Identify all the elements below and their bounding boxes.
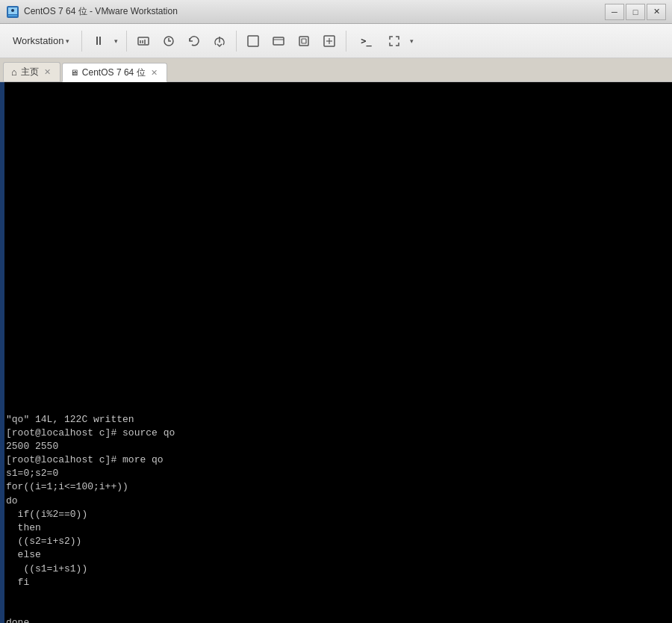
fullscreen-button[interactable] (293, 31, 315, 52)
expand-group: ▾ (383, 31, 417, 52)
tab-bar: ⌂ 主页 ✕ 🖥 CentOS 7 64 位 ✕ (0, 58, 672, 82)
workstation-dropdown-arrow: ▾ (66, 37, 69, 45)
pause-button[interactable]: ⏸ (87, 31, 110, 52)
tab-centos[interactable]: 🖥 CentOS 7 64 位 ✕ (62, 63, 167, 82)
expand-button[interactable] (383, 31, 405, 52)
toolbar-separator-4 (346, 31, 346, 52)
window-title: CentOS 7 64 位 - VMware Workstation (24, 5, 605, 18)
home-tab-icon: ⌂ (11, 66, 17, 78)
close-button[interactable]: ✕ (647, 4, 666, 20)
toolbar-separator-3 (236, 31, 237, 52)
centos-tab-icon: 🖥 (70, 68, 78, 77)
pause-dropdown-button[interactable]: ▾ (111, 31, 121, 52)
toolbar: Workstation ▾ ⏸ ▾ (0, 24, 672, 58)
home-tab-close[interactable]: ✕ (43, 67, 52, 77)
minimize-button[interactable]: ─ (605, 4, 624, 20)
centos-tab-label: CentOS 7 64 位 (82, 66, 146, 79)
home-tab-label: 主页 (21, 66, 39, 78)
console-button[interactable]: >_ (352, 31, 380, 52)
svg-rect-14 (302, 39, 306, 43)
window-controls: ─ □ ✕ (605, 4, 666, 20)
unity-view-button[interactable] (267, 31, 290, 52)
normal-view-button[interactable] (242, 31, 264, 52)
terminal[interactable]: "qo" 14L, 122C written [root@localhost c… (0, 82, 672, 623)
svg-rect-13 (299, 37, 308, 46)
send-ctrlaltdel-button[interactable] (132, 31, 155, 52)
workstation-menu-button[interactable]: Workstation ▾ (6, 31, 76, 50)
vm-screen[interactable]: "qo" 14L, 122C written [root@localhost c… (0, 82, 672, 623)
workstation-label: Workstation (13, 35, 63, 46)
toolbar-separator-1 (81, 31, 82, 52)
suspend-button[interactable] (208, 31, 231, 52)
revert-button[interactable] (183, 31, 205, 52)
centos-tab-close[interactable]: ✕ (149, 68, 159, 78)
autofit-button[interactable] (318, 31, 340, 52)
toolbar-separator-2 (126, 31, 127, 52)
svg-rect-11 (273, 37, 284, 45)
maximize-button[interactable]: □ (626, 4, 645, 20)
main-container: ⌂ 主页 ✕ 🖥 CentOS 7 64 位 ✕ "qo" 14L, 122C … (0, 58, 672, 623)
console-icon: >_ (361, 36, 371, 46)
svg-rect-4 (138, 37, 149, 45)
svg-rect-10 (248, 36, 258, 46)
expand-dropdown-button[interactable]: ▾ (406, 31, 417, 52)
svg-point-3 (11, 9, 14, 12)
svg-rect-2 (8, 15, 17, 16)
pause-group: ⏸ ▾ (87, 31, 121, 52)
terminal-blue-bar (0, 82, 4, 623)
tab-home[interactable]: ⌂ 主页 ✕ (3, 62, 60, 81)
app-icon (6, 5, 19, 19)
snapshot-button[interactable] (158, 31, 180, 52)
title-bar: CentOS 7 64 位 - VMware Workstation ─ □ ✕ (0, 0, 672, 24)
